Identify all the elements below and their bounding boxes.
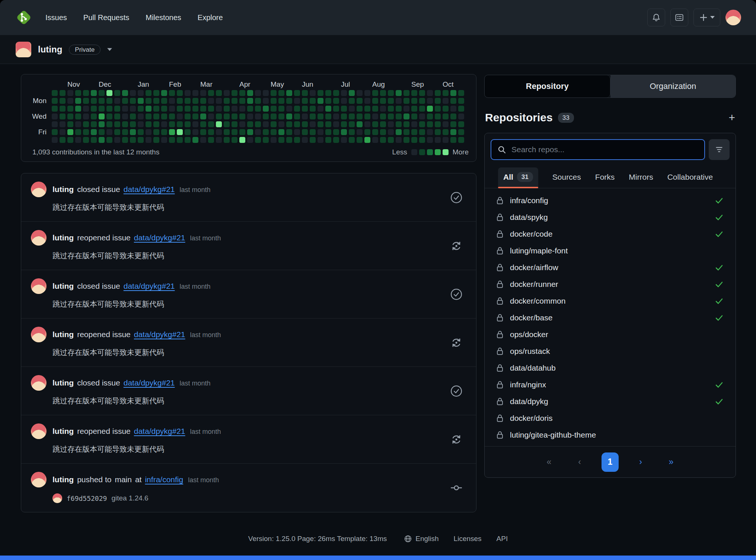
repo-row-ops-docker[interactable]: ops/docker bbox=[488, 326, 733, 343]
issue-link[interactable]: data/dpykg#21 bbox=[124, 185, 175, 194]
repo-row-luting-gitea-github-theme[interactable]: luting/gitea-github-theme bbox=[488, 426, 733, 443]
actor-avatar[interactable] bbox=[31, 182, 47, 197]
repo-row-docker-common[interactable]: docker/common bbox=[488, 292, 733, 309]
nav-link-pull-requests[interactable]: Pull Requests bbox=[83, 13, 129, 22]
repo-row-infra-config[interactable]: infra/config bbox=[488, 192, 733, 209]
heatmap-cell bbox=[380, 121, 386, 127]
actor-avatar[interactable] bbox=[31, 375, 47, 391]
heatmap-cell bbox=[318, 98, 323, 104]
issue-comment-text: 跳过存在版本可能导致未更新代码 bbox=[52, 251, 465, 261]
heatmap-cell bbox=[380, 98, 386, 104]
repo-search-input[interactable] bbox=[511, 145, 698, 154]
heatmap-cell bbox=[286, 121, 292, 127]
repo-row-docker-airflow[interactable]: docker/airflow bbox=[488, 259, 733, 276]
repo-row-docker-runner[interactable]: docker/runner bbox=[488, 276, 733, 292]
heatmap-cell bbox=[310, 121, 316, 127]
heatmap-cell bbox=[224, 129, 230, 135]
licenses-link[interactable]: Licenses bbox=[454, 535, 482, 543]
profile-avatar[interactable] bbox=[16, 42, 31, 57]
actor-name[interactable]: luting bbox=[52, 427, 74, 436]
actor-avatar[interactable] bbox=[31, 230, 47, 246]
heatmap-cell bbox=[411, 90, 417, 96]
filter-tab-sources[interactable]: Sources bbox=[552, 168, 581, 188]
heatmap-cell bbox=[177, 113, 183, 119]
repo-row-data-dpykg[interactable]: data/dpykg bbox=[488, 393, 733, 410]
issue-link[interactable]: data/dpykg#21 bbox=[134, 233, 185, 242]
filter-tab-forks[interactable]: Forks bbox=[595, 168, 615, 188]
tab-organization[interactable]: Organization bbox=[610, 75, 736, 97]
actor-avatar[interactable] bbox=[31, 278, 47, 294]
gitea-logo-icon[interactable] bbox=[15, 9, 33, 26]
profile-dropdown-caret-icon[interactable] bbox=[107, 48, 112, 51]
next-page-button[interactable]: › bbox=[632, 452, 649, 472]
actor-avatar[interactable] bbox=[31, 327, 47, 342]
heatmap-cell bbox=[372, 137, 378, 143]
issue-comment-text: 跳过存在版本可能导致未更新代码 bbox=[52, 299, 465, 309]
repo-row-docker-code[interactable]: docker/code bbox=[488, 225, 733, 242]
heatmap-cell bbox=[263, 98, 269, 104]
actor-name[interactable]: luting bbox=[52, 330, 74, 339]
actor-avatar[interactable] bbox=[31, 472, 47, 487]
commit-hash-link[interactable]: f69d552029 bbox=[67, 495, 107, 502]
heatmap-cell bbox=[224, 90, 230, 96]
filter-tab-all[interactable]: All31 bbox=[498, 167, 538, 188]
heatmap-cell bbox=[247, 98, 253, 104]
repo-row-docker-doris[interactable]: docker/doris bbox=[488, 410, 733, 426]
heatmap-cell bbox=[91, 90, 97, 96]
repo-row-infra-nginx[interactable]: infra/nginx bbox=[488, 376, 733, 393]
heatmap-cell bbox=[419, 129, 425, 135]
heatmap-cell bbox=[146, 98, 151, 104]
heatmap-cell bbox=[364, 129, 370, 135]
nav-link-issues[interactable]: Issues bbox=[45, 13, 67, 22]
filter-tab-mirrors[interactable]: Mirrors bbox=[629, 168, 653, 188]
issue-link[interactable]: data/dpykg#21 bbox=[124, 282, 175, 291]
tab-repository[interactable]: Repository bbox=[485, 75, 610, 97]
actor-name[interactable]: luting bbox=[52, 233, 74, 242]
chevron-down-icon bbox=[710, 16, 715, 19]
notifications-button[interactable] bbox=[647, 9, 665, 26]
repo-name: infra/nginx bbox=[510, 380, 546, 389]
actor-name[interactable]: luting bbox=[52, 475, 74, 484]
issue-link[interactable]: data/dpykg#21 bbox=[124, 378, 175, 387]
nav-link-milestones[interactable]: Milestones bbox=[146, 13, 181, 22]
issue-link[interactable]: data/dpykg#21 bbox=[134, 330, 185, 339]
heatmap-cell bbox=[333, 106, 339, 112]
nav-link-explore[interactable]: Explore bbox=[198, 13, 223, 22]
create-new-button[interactable] bbox=[693, 9, 720, 26]
add-repository-button[interactable]: + bbox=[728, 112, 735, 123]
legend-cell bbox=[411, 149, 417, 155]
issue-link[interactable]: data/dpykg#21 bbox=[134, 427, 185, 436]
heatmap-cell bbox=[185, 98, 191, 104]
repo-row-docker-base[interactable]: docker/base bbox=[488, 309, 733, 326]
page-1-button[interactable]: 1 bbox=[602, 452, 619, 472]
actor-name[interactable]: luting bbox=[52, 185, 74, 194]
repo-filter-button[interactable] bbox=[709, 139, 730, 160]
heatmap-cell bbox=[294, 137, 300, 143]
repo-row-data-datahub[interactable]: data/datahub bbox=[488, 359, 733, 376]
repo-row-data-spykg[interactable]: data/spykg bbox=[488, 209, 733, 225]
heatmap-cell bbox=[333, 137, 339, 143]
repositories-panel: RepositoryOrganization Repositories 33 + bbox=[484, 74, 736, 478]
repo-row-luting-maple-font[interactable]: luting/maple-font bbox=[488, 242, 733, 259]
heatmap-cell bbox=[99, 98, 105, 104]
heatmap-cell bbox=[232, 98, 237, 104]
user-avatar[interactable] bbox=[725, 10, 741, 25]
heatmap-cell bbox=[75, 129, 81, 135]
filter-tab-collaborative[interactable]: Collaborative bbox=[667, 168, 713, 188]
feed-item: lutingreopened issuedata/dpykg#21last mo… bbox=[21, 319, 476, 367]
language-selector[interactable]: English bbox=[404, 535, 438, 543]
repo-row-ops-rustack[interactable]: ops/rustack bbox=[488, 343, 733, 359]
heatmap-cell bbox=[216, 121, 222, 127]
admin-panel-button[interactable] bbox=[670, 9, 688, 26]
issue-link[interactable]: infra/config bbox=[145, 475, 183, 484]
heatmap-cell bbox=[450, 137, 456, 143]
actor-name[interactable]: luting bbox=[52, 378, 74, 387]
heatmap-cell bbox=[318, 121, 323, 127]
last-page-button[interactable]: » bbox=[663, 452, 680, 472]
actor-name[interactable]: luting bbox=[52, 282, 74, 291]
api-link[interactable]: API bbox=[497, 535, 508, 543]
repo-name: docker/code bbox=[510, 230, 552, 239]
actor-avatar[interactable] bbox=[31, 423, 47, 439]
heatmap-cell bbox=[67, 98, 73, 104]
check-icon bbox=[715, 380, 724, 389]
